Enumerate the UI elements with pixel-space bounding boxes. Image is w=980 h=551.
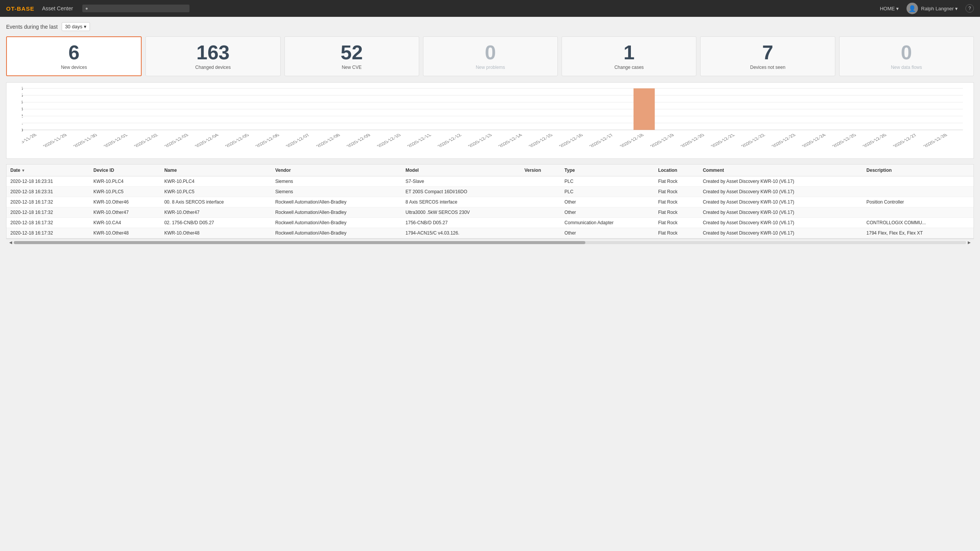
- cell-version: [521, 176, 561, 187]
- table-row[interactable]: 2020-12-18 16:17:32KWR-10.Other47KWR-10.…: [7, 207, 973, 218]
- summary-card-5[interactable]: 7Devices not seen: [700, 36, 835, 76]
- scroll-right-arrow[interactable]: ▶: [966, 240, 972, 245]
- cell-model: S7-Slave: [402, 176, 521, 187]
- bar-chart: 01234562020-11-282020-11-292020-11-30202…: [22, 86, 970, 147]
- cell-type: Communication Adapter: [561, 218, 655, 228]
- svg-text:2020-12-03: 2020-12-03: [163, 133, 190, 147]
- cell-date: 2020-12-18 16:17:32: [7, 218, 90, 228]
- svg-text:2020-12-01: 2020-12-01: [102, 133, 129, 147]
- col-header-device_id[interactable]: Device ID: [90, 165, 160, 176]
- cell-description: Position Controller: [862, 197, 973, 207]
- table-row[interactable]: 2020-12-18 16:17:32KWR-10.CA402. 1756-CN…: [7, 218, 973, 228]
- cell-location: Flat Rock: [654, 228, 699, 238]
- svg-text:2020-12-12: 2020-12-12: [436, 133, 463, 147]
- table-row[interactable]: 2020-12-18 16:23:31KWR-10.PLC5KWR-10.PLC…: [7, 187, 973, 197]
- cell-name: KWR-10.Other48: [160, 228, 271, 238]
- col-header-date[interactable]: Date: [7, 165, 90, 176]
- col-header-location[interactable]: Location: [654, 165, 699, 176]
- user-name: Ralph Langner ▾: [921, 6, 958, 11]
- cell-date: 2020-12-18 16:17:32: [7, 197, 90, 207]
- search-input[interactable]: [90, 6, 186, 11]
- summary-card-3[interactable]: 0New problems: [423, 36, 558, 76]
- table-row[interactable]: 2020-12-18 16:17:32KWR-10.Other48KWR-10.…: [7, 228, 973, 238]
- col-header-model[interactable]: Model: [402, 165, 521, 176]
- col-header-type[interactable]: Type: [561, 165, 655, 176]
- svg-text:2020-12-26: 2020-12-26: [861, 133, 888, 147]
- col-header-name[interactable]: Name: [160, 165, 271, 176]
- cell-description: 1794 Flex, Flex Ex, Flex XT: [862, 228, 973, 238]
- cell-device_id: KWR-10.PLC5: [90, 187, 160, 197]
- svg-text:2020-12-21: 2020-12-21: [709, 133, 737, 147]
- cell-version: [521, 218, 561, 228]
- card-label-1: Changed devices: [195, 65, 231, 70]
- scroll-left-arrow[interactable]: ◀: [8, 240, 14, 245]
- cell-version: [521, 228, 561, 238]
- help-button[interactable]: ?: [965, 4, 974, 13]
- cell-device_id: KWR-10.Other48: [90, 228, 160, 238]
- cell-date: 2020-12-18 16:23:31: [7, 187, 90, 197]
- cell-comment: Created by Asset Discovery KWR-10 (V6.17…: [699, 197, 862, 207]
- cell-date: 2020-12-18 16:23:31: [7, 176, 90, 187]
- main-content: Events during the last 30 days ▾ 6New de…: [0, 17, 980, 551]
- cell-model: Ultra3000 .5kW SERCOS 230V: [402, 207, 521, 218]
- card-label-0: New devices: [61, 65, 87, 70]
- cell-vendor: Rockwell Automation/Allen-Bradley: [271, 197, 402, 207]
- col-header-description[interactable]: Description: [862, 165, 973, 176]
- avatar: 👤: [906, 3, 918, 14]
- cell-name: 02. 1756-CNB/D D05.27: [160, 218, 271, 228]
- svg-text:2020-12-25: 2020-12-25: [831, 133, 858, 147]
- home-nav-button[interactable]: HOME ▾: [880, 6, 899, 11]
- cell-description: [862, 187, 973, 197]
- search-box[interactable]: ●: [82, 5, 189, 12]
- search-icon: ●: [85, 6, 88, 11]
- cell-device_id: KWR-10.Other46: [90, 197, 160, 207]
- cell-comment: Created by Asset Discovery KWR-10 (V6.17…: [699, 207, 862, 218]
- app-title: Asset Center: [42, 5, 73, 11]
- dropdown-arrow: ▾: [84, 24, 87, 29]
- card-label-6: New data flows: [891, 65, 922, 70]
- user-menu[interactable]: 👤 Ralph Langner ▾: [906, 3, 958, 14]
- cell-comment: Created by Asset Discovery KWR-10 (V6.17…: [699, 187, 862, 197]
- cell-comment: Created by Asset Discovery KWR-10 (V6.17…: [699, 218, 862, 228]
- col-header-version[interactable]: Version: [521, 165, 561, 176]
- cell-device_id: KWR-10.CA4: [90, 218, 160, 228]
- svg-text:2020-12-07: 2020-12-07: [284, 133, 311, 147]
- scrollbar-track[interactable]: [14, 241, 966, 244]
- col-header-vendor[interactable]: Vendor: [271, 165, 402, 176]
- svg-text:2020-12-19: 2020-12-19: [648, 133, 676, 147]
- svg-text:2020-12-18: 2020-12-18: [618, 133, 645, 147]
- horizontal-scrollbar[interactable]: ◀ ▶: [6, 239, 974, 246]
- cell-model: 8 Axis SERCOS interface: [402, 197, 521, 207]
- summary-card-2[interactable]: 52New CVE: [284, 36, 419, 76]
- chart-area: 01234562020-11-282020-11-292020-11-30202…: [6, 82, 974, 159]
- card-number-3: 0: [485, 42, 496, 62]
- table-row[interactable]: 2020-12-18 16:17:32KWR-10.Other4600. 8 A…: [7, 197, 973, 207]
- scrollbar-thumb[interactable]: [14, 241, 585, 244]
- summary-card-1[interactable]: 163Changed devices: [145, 36, 280, 76]
- cell-location: Flat Rock: [654, 218, 699, 228]
- period-dropdown[interactable]: 30 days ▾: [62, 22, 90, 31]
- cell-date: 2020-12-18 16:17:32: [7, 228, 90, 238]
- cell-device_id: KWR-10.Other47: [90, 207, 160, 218]
- cell-name: KWR-10.PLC5: [160, 187, 271, 197]
- table-row[interactable]: 2020-12-18 16:23:31KWR-10.PLC4KWR-10.PLC…: [7, 176, 973, 187]
- svg-text:2020-12-02: 2020-12-02: [132, 133, 160, 147]
- svg-text:2020-12-11: 2020-12-11: [406, 133, 433, 147]
- cell-type: Other: [561, 197, 655, 207]
- cell-type: Other: [561, 207, 655, 218]
- devices-table: DateDevice IDNameVendorModelVersionTypeL…: [7, 165, 973, 238]
- cell-vendor: Rockwell Automation/Allen-Bradley: [271, 228, 402, 238]
- svg-text:2020-12-23: 2020-12-23: [770, 133, 797, 147]
- svg-text:2020-12-06: 2020-12-06: [254, 133, 281, 147]
- cell-name: 00. 8 Axis SERCOS interface: [160, 197, 271, 207]
- svg-text:2020-12-27: 2020-12-27: [891, 133, 918, 147]
- main-nav: HOME ▾ 👤 Ralph Langner ▾ ?: [880, 3, 974, 14]
- summary-card-0[interactable]: 6New devices: [6, 36, 142, 76]
- svg-text:2020-12-10: 2020-12-10: [375, 133, 402, 147]
- cell-version: [521, 207, 561, 218]
- col-header-comment[interactable]: Comment: [699, 165, 862, 176]
- svg-rect-35: [634, 88, 655, 130]
- summary-card-4[interactable]: 1Change cases: [562, 36, 696, 76]
- summary-card-6[interactable]: 0New data flows: [839, 36, 974, 76]
- svg-text:2020-12-28: 2020-12-28: [922, 133, 949, 147]
